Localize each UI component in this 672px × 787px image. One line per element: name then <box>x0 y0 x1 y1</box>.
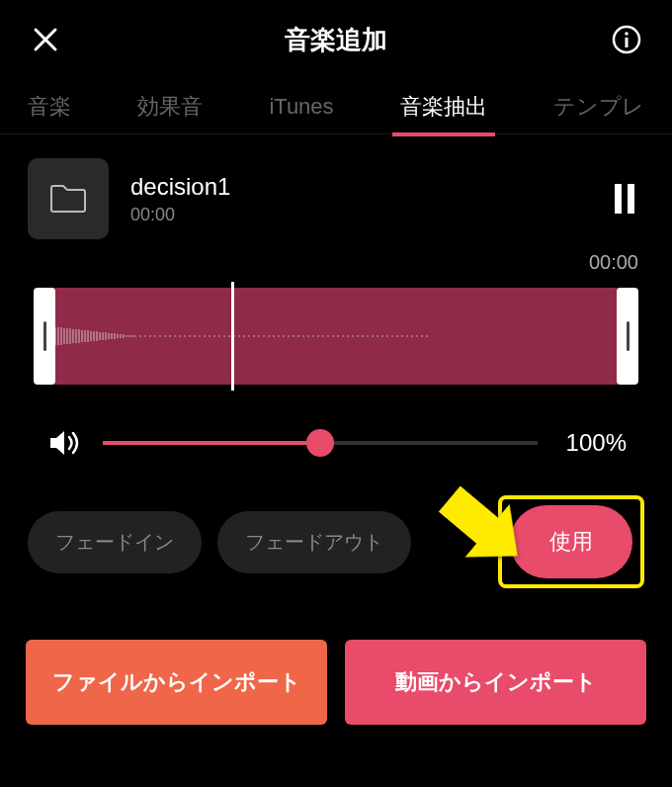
page-title: 音楽追加 <box>285 23 387 57</box>
header: 音楽追加 <box>0 0 672 79</box>
import-row: ファイルからインポート 動画からインポート <box>0 588 672 725</box>
track-row: decision1 00:00 <box>0 134 672 251</box>
info-icon[interactable] <box>609 22 644 57</box>
svg-point-1 <box>625 32 629 36</box>
waveform[interactable] <box>34 288 638 385</box>
volume-icon[interactable] <box>45 424 83 462</box>
tab-sfx[interactable]: 効果音 <box>129 80 210 133</box>
svg-rect-4 <box>628 184 634 214</box>
track-duration: 00:00 <box>130 205 583 225</box>
trim-handle-right[interactable] <box>617 288 638 385</box>
fade-in-button[interactable]: フェードイン <box>28 511 202 573</box>
svg-rect-2 <box>626 38 629 47</box>
trim-handle-left[interactable] <box>34 288 55 385</box>
track-info: decision1 00:00 <box>130 173 583 225</box>
playback-time: 00:00 <box>0 251 672 282</box>
pause-button[interactable] <box>605 179 644 219</box>
playhead[interactable] <box>231 282 234 391</box>
tabs: 音楽 効果音 iTunes 音楽抽出 テンプレ <box>0 79 672 134</box>
close-icon[interactable] <box>28 22 63 57</box>
svg-rect-3 <box>615 184 622 214</box>
volume-fill <box>103 441 320 445</box>
volume-row: 100% <box>0 385 672 462</box>
folder-icon[interactable] <box>28 158 109 239</box>
volume-slider[interactable] <box>103 441 538 445</box>
import-from-file-button[interactable]: ファイルからインポート <box>26 640 327 725</box>
waveform-track[interactable] <box>47 288 625 385</box>
track-name: decision1 <box>130 173 583 201</box>
volume-value: 100% <box>557 429 627 457</box>
tab-itunes[interactable]: iTunes <box>261 82 341 131</box>
tab-template[interactable]: テンプレ <box>546 80 652 133</box>
tab-extract[interactable]: 音楽抽出 <box>392 80 495 133</box>
volume-thumb[interactable] <box>306 429 334 457</box>
tab-music[interactable]: 音楽 <box>20 80 79 133</box>
action-row: フェードイン フェードアウト 使用 <box>0 462 672 588</box>
import-from-video-button[interactable]: 動画からインポート <box>345 640 646 725</box>
fade-out-button[interactable]: フェードアウト <box>217 511 411 573</box>
